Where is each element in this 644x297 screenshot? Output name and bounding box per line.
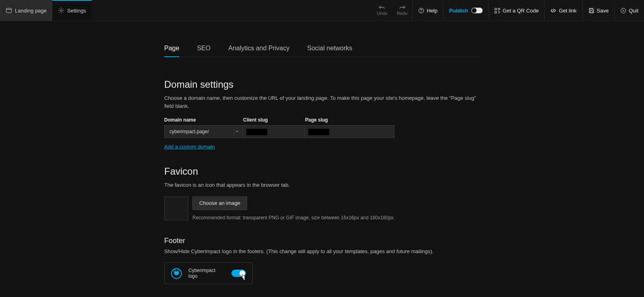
favicon-controls: Choose an image Recommended format: tran…: [192, 196, 395, 221]
svg-rect-7: [495, 11, 496, 13]
favicon-section: Favicon The favicon is an icon that appe…: [164, 166, 480, 221]
get-link-label: Get link: [559, 8, 576, 14]
publish-toggle[interactable]: [471, 8, 483, 13]
favicon-desc: The favicon is an icon that appears in t…: [164, 181, 480, 189]
tab-settings[interactable]: Settings: [52, 0, 92, 21]
quit-button[interactable]: Quit: [614, 0, 644, 21]
page-slug-field: Page slug: [305, 117, 394, 138]
svg-rect-9: [590, 11, 593, 12]
redo-icon: [398, 5, 406, 10]
domain-desc: Choose a domain name, then customize the…: [164, 94, 480, 110]
qr-label: Get a QR Code: [503, 8, 539, 14]
choose-image-button[interactable]: Choose an image: [192, 196, 247, 210]
subtab-page[interactable]: Page: [164, 41, 179, 57]
favicon-preview: [164, 196, 188, 221]
publish-label: Publish: [449, 8, 468, 14]
chevron-down-icon: [234, 126, 239, 138]
help-icon: [418, 8, 424, 14]
cyberimpact-logo-icon: [171, 268, 182, 279]
svg-point-4: [421, 12, 421, 12]
undo-button[interactable]: Undo: [372, 5, 392, 16]
publish-group: Publish: [443, 0, 488, 21]
settings-panel: Page SEO Analytics and Privacy Social ne…: [164, 41, 480, 284]
client-slug-field: Client slug: [243, 117, 305, 138]
help-label: Help: [427, 8, 438, 14]
svg-rect-5: [495, 8, 496, 10]
tab-landing-page[interactable]: Landing page: [0, 0, 52, 21]
footer-desc: Show/Hide Cyberimpact logo in the footer…: [164, 248, 480, 256]
gear-icon: [58, 7, 64, 14]
window-icon: [6, 7, 12, 14]
svg-point-2: [60, 10, 62, 11]
topbar: Landing page Settings Undo Redo: [0, 0, 644, 21]
undo-icon: [378, 5, 386, 10]
favicon-title: Favicon: [164, 166, 480, 177]
content: Page SEO Analytics and Privacy Social ne…: [0, 21, 644, 284]
domain-name-field: Domain name cyberimpact.page/: [164, 117, 243, 138]
domain-section: Domain settings Choose a domain name, th…: [164, 79, 480, 150]
save-icon: [588, 8, 594, 14]
subtab-social[interactable]: Social networks: [307, 41, 352, 57]
redo-label: Redo: [397, 11, 407, 16]
history-group: Undo Redo: [372, 0, 412, 21]
client-slug-label: Client slug: [243, 117, 305, 123]
domain-name-label: Domain name: [164, 117, 243, 123]
footer-section: Footer Show/Hide Cyberimpact logo in the…: [164, 237, 480, 285]
undo-label: Undo: [377, 11, 387, 16]
help-button[interactable]: Help: [412, 0, 443, 21]
qr-icon: [494, 8, 500, 14]
close-circle-icon: [620, 8, 626, 14]
domain-title: Domain settings: [164, 79, 480, 90]
subtab-analytics[interactable]: Analytics and Privacy: [228, 41, 289, 57]
favicon-hint: Recommended format: transparent PNG or G…: [192, 215, 395, 221]
tab-landing-page-label: Landing page: [15, 8, 47, 14]
save-label: Save: [597, 8, 609, 14]
svg-rect-8: [590, 8, 592, 10]
qr-button[interactable]: Get a QR Code: [488, 0, 545, 21]
page-slug-input[interactable]: [305, 125, 394, 138]
svg-rect-6: [498, 8, 500, 10]
client-slug-input[interactable]: [243, 125, 305, 138]
domain-name-select[interactable]: cyberimpact.page/: [164, 125, 243, 138]
redo-button[interactable]: Redo: [392, 5, 412, 16]
svg-rect-0: [6, 8, 12, 13]
tab-settings-label: Settings: [67, 8, 86, 14]
footer-logo-box: Cyberimpact logo: [164, 262, 253, 284]
domain-name-value: cyberimpact.page/: [169, 129, 209, 134]
footer-logo-label: Cyberimpact logo: [188, 268, 225, 279]
page-slug-label: Page slug: [305, 117, 394, 123]
save-button[interactable]: Save: [582, 0, 615, 21]
topbar-tabs: Landing page Settings: [0, 0, 92, 21]
settings-subtabs: Page SEO Analytics and Privacy Social ne…: [164, 41, 480, 57]
add-custom-domain-link[interactable]: Add a custom domain: [164, 144, 215, 150]
favicon-row: Choose an image Recommended format: tran…: [164, 196, 480, 221]
quit-label: Quit: [629, 8, 638, 14]
footer-logo-toggle[interactable]: [231, 270, 246, 277]
code-icon: [550, 8, 556, 14]
get-link-button[interactable]: Get link: [544, 0, 582, 21]
client-slug-value: [246, 129, 267, 135]
topbar-actions: Undo Redo Help Publish Ge: [372, 0, 644, 21]
footer-title: Footer: [164, 237, 480, 245]
page-slug-value: [308, 129, 329, 135]
subtab-seo[interactable]: SEO: [197, 41, 211, 57]
domain-row: Domain name cyberimpact.page/ Client slu…: [164, 117, 480, 138]
